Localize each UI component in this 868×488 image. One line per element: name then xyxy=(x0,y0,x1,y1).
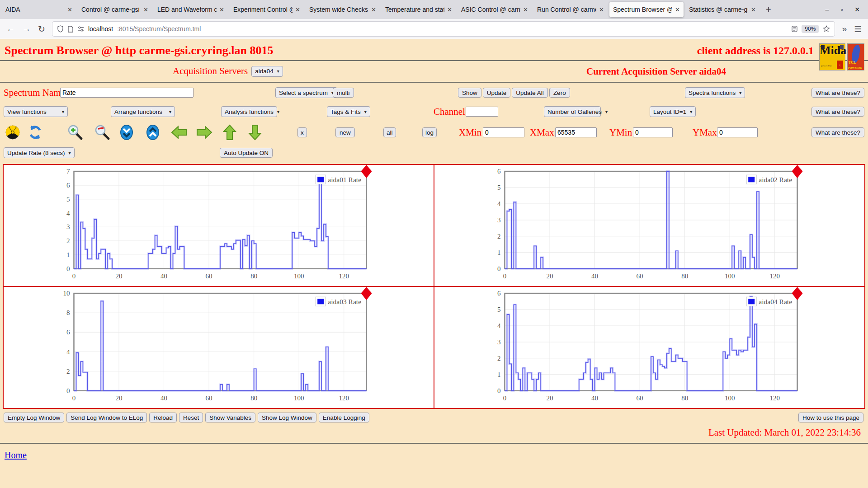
what-are-these-button[interactable]: What are these? xyxy=(811,107,864,117)
tab-close-icon[interactable]: ✕ xyxy=(143,6,148,13)
home-link[interactable]: Home xyxy=(5,450,27,460)
page-icon[interactable] xyxy=(68,26,73,33)
show-variables-button[interactable]: Show Variables xyxy=(205,413,255,422)
ymin-input[interactable] xyxy=(633,127,673,137)
shield-icon[interactable] xyxy=(57,25,64,33)
spectrum-chart-aida03[interactable]: 0246810020406080100120aida03 Rate xyxy=(3,286,434,408)
tab-close-icon[interactable]: ✕ xyxy=(295,6,300,13)
what-are-these-button[interactable]: What are these? xyxy=(811,88,864,98)
browser-tab-6[interactable]: Temperature and stat✕ xyxy=(382,2,456,17)
spectrum-chart-aida01[interactable]: 01234567020406080100120aida01 Rate xyxy=(3,164,434,286)
all-button[interactable]: all xyxy=(383,127,396,137)
tags-fits-dropdown[interactable]: Tags & Fits▾ xyxy=(327,106,370,117)
chevron-down-icon: ▾ xyxy=(169,109,171,114)
spectrum-chart-aida04[interactable]: 0123456020406080100120aida04 Rate xyxy=(434,286,865,408)
send-log-window-to-elog-button[interactable]: Send Log Window to ELog xyxy=(66,413,147,422)
url-bar[interactable]: localhost:8015/Spectrum/Spectrum.tml 90% xyxy=(52,22,835,36)
enable-logging-button[interactable]: Enable Logging xyxy=(319,413,369,422)
browser-tab-10[interactable]: Statistics @ carme-gs✕ xyxy=(685,2,760,17)
update-all-button[interactable]: Update All xyxy=(512,88,548,98)
svg-text:aida01 Rate: aida01 Rate xyxy=(328,176,361,183)
xmin-label: XMin xyxy=(459,127,481,138)
tab-close-icon[interactable]: ✕ xyxy=(219,6,224,13)
client-address: client address is 127.0.0.1 xyxy=(697,45,814,57)
select-spectrum-dropdown[interactable]: Select a spectrum▾ xyxy=(275,87,337,98)
tab-close-icon[interactable]: ✕ xyxy=(523,6,528,13)
auto-update-button[interactable]: Auto Update ON xyxy=(220,148,273,158)
browser-tab-2[interactable]: Control @ carme-gsi✕ xyxy=(78,2,152,17)
multi-button[interactable]: multi xyxy=(333,88,354,98)
svg-text:0: 0 xyxy=(72,394,76,402)
tab-close-icon[interactable]: ✕ xyxy=(751,6,756,13)
new-button[interactable]: new xyxy=(335,127,355,137)
how-to-use-button[interactable]: How to use this page xyxy=(798,413,863,422)
show-log-window-button[interactable]: Show Log Window xyxy=(258,413,316,422)
browser-tab-1[interactable]: AIDA✕ xyxy=(2,2,76,17)
number-of-galleries-dropdown[interactable]: Number of Galleries▾ xyxy=(544,106,601,117)
xmax-input[interactable] xyxy=(555,127,597,137)
svg-text:100: 100 xyxy=(294,272,304,280)
overflow-menu-icon[interactable]: » xyxy=(842,24,847,34)
reload-icon[interactable]: ↻ xyxy=(38,24,45,34)
scroll-up-icon[interactable] xyxy=(145,124,161,141)
window-restore-icon[interactable]: ▫ xyxy=(840,6,843,13)
zoom-in-icon[interactable] xyxy=(67,124,83,141)
zoom-out-icon[interactable] xyxy=(94,124,110,141)
channel-input[interactable] xyxy=(466,107,498,117)
view-functions-dropdown[interactable]: View functions▾ xyxy=(4,106,68,117)
acquisition-server-select[interactable]: aida04▾ xyxy=(251,66,283,77)
window-close-icon[interactable]: ✕ xyxy=(854,6,860,13)
scroll-down-icon[interactable] xyxy=(118,124,135,141)
ymax-input[interactable] xyxy=(717,127,758,137)
midas-shield-right-icon xyxy=(840,45,844,49)
arrow-down-icon[interactable] xyxy=(247,124,263,141)
browser-tab-5[interactable]: System wide Checks (✕ xyxy=(306,2,380,17)
reset-button[interactable]: Reset xyxy=(179,413,203,422)
tab-close-icon[interactable]: ✕ xyxy=(67,6,72,13)
empty-log-window-button[interactable]: Empty Log Window xyxy=(4,413,64,422)
layout-id-dropdown[interactable]: Layout ID=1▾ xyxy=(650,106,696,117)
browser-tab-7[interactable]: ASIC Control @ carm✕ xyxy=(458,2,532,17)
x-button[interactable]: x xyxy=(297,127,307,137)
radiation-icon[interactable] xyxy=(5,124,21,141)
arrow-right-icon[interactable] xyxy=(196,124,212,141)
tab-close-icon[interactable]: ✕ xyxy=(447,6,452,13)
refresh-icon[interactable] xyxy=(27,124,43,141)
tab-title: Control @ carme-gsi xyxy=(81,6,141,13)
update-rate-dropdown[interactable]: Update Rate (8 secs)▾ xyxy=(4,147,75,158)
spectrum-name-input[interactable] xyxy=(60,88,193,98)
tab-close-icon[interactable]: ✕ xyxy=(371,6,376,13)
show-button[interactable]: Show xyxy=(458,88,481,98)
update-button[interactable]: Update xyxy=(483,88,511,98)
bookmark-star-icon[interactable] xyxy=(823,25,830,33)
window-minimize-icon[interactable]: – xyxy=(826,6,829,13)
spectra-functions-dropdown[interactable]: Spectra functions▾ xyxy=(685,87,745,98)
log-button[interactable]: log xyxy=(422,127,437,137)
analysis-functions-dropdown[interactable]: Analysis functions▾ xyxy=(221,106,277,117)
svg-text:100: 100 xyxy=(725,272,735,280)
zoom-level-badge[interactable]: 90% xyxy=(802,25,819,33)
browser-tab-4[interactable]: Experiment Control @✕ xyxy=(230,2,304,17)
arrow-up-icon[interactable] xyxy=(222,124,238,141)
zero-button[interactable]: Zero xyxy=(549,88,570,98)
svg-text:0: 0 xyxy=(66,265,70,272)
svg-text:60: 60 xyxy=(206,394,212,402)
arrange-functions-dropdown[interactable]: Arrange functions▾ xyxy=(111,106,175,117)
back-icon[interactable]: ← xyxy=(6,24,15,34)
app-menu-icon[interactable]: ☰ xyxy=(854,24,862,34)
forward-icon[interactable]: → xyxy=(22,24,31,34)
browser-tab-8[interactable]: Run Control @ carme✕ xyxy=(533,2,608,17)
site-permissions-icon[interactable] xyxy=(77,26,84,32)
what-are-these-button[interactable]: What are these? xyxy=(811,127,864,137)
chevron-down-icon: ▾ xyxy=(739,90,741,95)
spectrum-chart-aida02[interactable]: 0123456020406080100120aida02 Rate xyxy=(434,164,865,286)
tab-close-icon[interactable]: ✕ xyxy=(599,6,604,13)
arrow-left-icon[interactable] xyxy=(171,124,187,141)
new-tab-button[interactable]: + xyxy=(760,5,778,15)
tab-close-icon[interactable]: ✕ xyxy=(675,6,680,13)
browser-tab-3[interactable]: LED and Waveform ca✕ xyxy=(154,2,228,17)
browser-tab-9[interactable]: Spectrum Browser @✕ xyxy=(609,2,684,17)
reader-view-icon[interactable] xyxy=(792,26,797,32)
reload-button[interactable]: Reload xyxy=(149,413,177,422)
xmin-input[interactable] xyxy=(483,127,524,137)
